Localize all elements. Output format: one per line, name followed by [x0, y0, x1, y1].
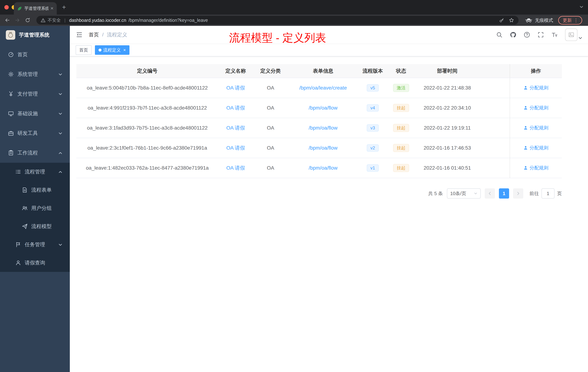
cell-category: OA [253, 78, 288, 98]
tag-process-definition[interactable]: 流程定义× [95, 45, 129, 55]
sidebar-item-user-group[interactable]: 用户分组 [0, 199, 70, 217]
new-tab-button[interactable]: + [60, 3, 68, 11]
bookmark-star-icon[interactable] [509, 17, 514, 23]
clipboard-icon [8, 150, 14, 156]
table-row: oa_leave:5:004b710b-7b8a-11ec-8ef0-acde4… [76, 78, 562, 98]
sidebar-item-leave-query[interactable]: 请假查询 [0, 254, 70, 272]
column-header-action: 操作 [510, 64, 562, 78]
status-badge: 挂起 [393, 144, 409, 152]
form-link[interactable]: /bpm/oa/leave/create [299, 85, 347, 91]
search-icon[interactable] [496, 32, 503, 38]
sidebar-item-label: 流程模型 [31, 223, 52, 230]
sidebar-item-infrastructure[interactable]: 基础设施 [0, 104, 70, 123]
user-avatar[interactable] [565, 29, 582, 41]
window-close-button[interactable] [4, 5, 9, 10]
assign-rule-link[interactable]: 分配规则 [524, 145, 548, 151]
tab-close-icon[interactable]: × [51, 6, 53, 11]
cell-category: OA [253, 118, 288, 138]
browser-tab[interactable]: 芋道管理系统 × [14, 2, 57, 15]
assign-rule-link[interactable]: 分配规则 [524, 85, 548, 91]
page-size-select[interactable]: 10条/页 [447, 188, 481, 198]
cell-category: OA [253, 138, 288, 158]
definition-name-link[interactable]: OA 请假 [226, 85, 245, 91]
prev-page-button[interactable] [485, 188, 495, 198]
app-title: 芋道管理系统 [19, 32, 50, 38]
definition-name-link[interactable]: OA 请假 [226, 165, 245, 171]
help-icon[interactable] [524, 32, 530, 38]
form-link[interactable]: /bpm/oa/flow [309, 105, 338, 111]
font-size-icon[interactable] [551, 32, 558, 38]
form-link[interactable]: /bpm/oa/flow [309, 145, 338, 151]
cell-action: 分配规则 [510, 138, 562, 158]
password-key-icon[interactable] [499, 17, 504, 23]
sidebar-item-home[interactable]: 首页 [0, 45, 70, 65]
content-area: 定义编号定义名称定义分类表单信息流程版本状态部署时间操作oa_leave:5:0… [70, 56, 588, 198]
table-row: oa_leave:3:1fad3d93-7b75-11ec-a3c8-acde4… [76, 118, 562, 138]
version-tag: v4 [367, 104, 378, 111]
tab-title: 芋道管理系统 [24, 6, 48, 11]
tag-home[interactable]: 首页 [76, 45, 92, 55]
breadcrumb-home[interactable]: 首页 [89, 31, 99, 38]
chevron-down-icon [58, 72, 63, 77]
user-icon [524, 126, 528, 130]
security-label[interactable]: 不安全 [48, 17, 61, 23]
version-tag: v5 [367, 84, 378, 92]
form-link[interactable]: /bpm/oa/flow [309, 125, 338, 131]
cell-name: OA 请假 [218, 98, 253, 118]
definition-name-link[interactable]: OA 请假 [226, 105, 245, 111]
reload-button[interactable] [23, 16, 32, 25]
cell-form: /bpm/oa/flow [288, 138, 358, 158]
update-label: 更新 [563, 17, 572, 23]
definition-name-link[interactable]: OA 请假 [226, 145, 245, 151]
sidebar-item-process-form[interactable]: 流程表单 [0, 181, 70, 199]
cell-category: OA [253, 98, 288, 118]
table-row: oa_leave:1:482ec033-762a-11ec-8477-a2380… [76, 158, 562, 178]
assign-rule-label: 分配规则 [530, 85, 548, 91]
github-icon[interactable] [510, 32, 516, 38]
assign-rule-link[interactable]: 分配规则 [524, 105, 548, 111]
fullscreen-icon[interactable] [537, 32, 544, 38]
omnibox[interactable]: 不安全 | dashboard.yudao.iocoder.cn/bpm/man… [36, 16, 519, 25]
cell-spacer [480, 98, 510, 118]
next-page-button[interactable] [513, 188, 523, 198]
screen: 芋道管理系统 × + 不安全 | dashboard.yudao.iocoder… [0, 0, 588, 372]
assign-rule-link[interactable]: 分配规则 [524, 165, 548, 171]
column-header-id: 定义编号 [76, 64, 218, 78]
column-header-time: 部署时间 [415, 64, 480, 78]
definition-name-link[interactable]: OA 请假 [226, 125, 245, 131]
assign-rule-link[interactable]: 分配规则 [524, 125, 548, 131]
url-host: dashboard.yudao.iocoder.cn [69, 18, 126, 23]
sidebar-item-label: 任务管理 [25, 241, 45, 248]
hamburger-icon[interactable] [76, 31, 83, 38]
breadcrumb: 首页 / 流程定义 [89, 31, 127, 38]
sidebar-item-workflow[interactable]: 工作流程 [0, 143, 70, 163]
avatar-image-placeholder-icon [565, 29, 578, 41]
sidebar-item-dev-tools[interactable]: 研发工具 [0, 123, 70, 143]
chevron-up-icon [58, 151, 63, 155]
forward-button[interactable] [13, 16, 22, 25]
goto-page-input[interactable] [541, 188, 555, 198]
back-button[interactable] [3, 16, 12, 25]
browser-toolbar: 不安全 | dashboard.yudao.iocoder.cn/bpm/man… [0, 15, 588, 26]
update-button[interactable]: 更新 ⋮ [558, 16, 582, 25]
tab-search-chevron-icon[interactable] [579, 5, 584, 9]
form-link[interactable]: /bpm/oa/flow [309, 165, 338, 171]
incognito-label: 无痕模式 [535, 17, 553, 23]
current-page-button[interactable]: 1 [499, 188, 509, 198]
cell-status: 挂起 [387, 98, 415, 118]
assign-rule-label: 分配规则 [530, 145, 548, 151]
cell-id: oa_leave:2:3c1f0ef1-76b1-11ec-9c66-a2380… [76, 138, 218, 158]
incognito-icon [525, 18, 532, 23]
tags-bar: 首页流程定义× [70, 44, 588, 56]
sidebar-item-payment[interactable]: 支付管理 [0, 84, 70, 104]
sidebar-item-process-manage[interactable]: 流程管理 [0, 163, 70, 181]
user-icon [524, 106, 528, 110]
incognito-badge: 无痕模式 [521, 17, 557, 23]
sidebar-logo[interactable]: 芋道管理系统 [0, 26, 70, 44]
omnibox-separator: | [64, 18, 65, 23]
tab-favicon-icon [17, 6, 22, 11]
sidebar-item-system[interactable]: 系统管理 [0, 65, 70, 84]
tag-close-icon[interactable]: × [123, 48, 126, 52]
sidebar-item-process-model[interactable]: 流程模型 [0, 217, 70, 236]
sidebar-item-task-manage[interactable]: 任务管理 [0, 236, 70, 254]
